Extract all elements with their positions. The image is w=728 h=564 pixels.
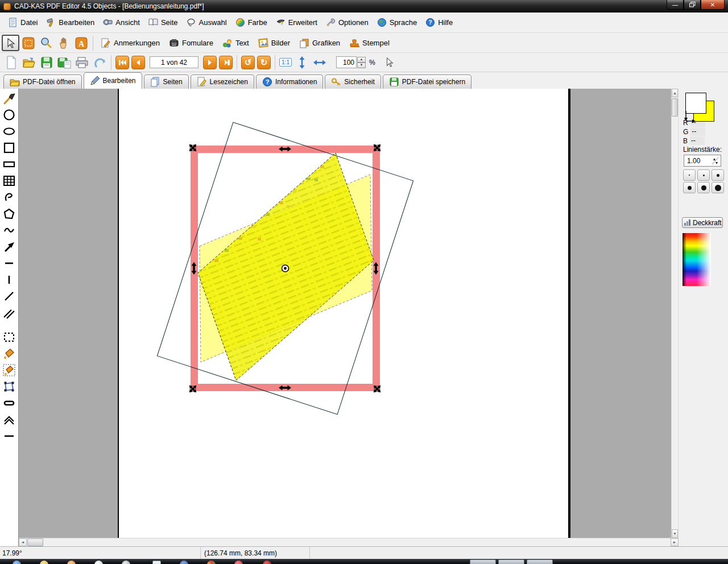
vertical-scroll-thumb[interactable]	[672, 98, 678, 117]
print-button[interactable]	[73, 54, 90, 70]
tool-select-rectangle[interactable]	[1, 329, 17, 345]
taskbar-window-button-2[interactable]	[498, 559, 524, 564]
taskbar-icon-1[interactable]	[40, 561, 48, 564]
new-file-button[interactable]	[2, 54, 20, 70]
text-tool-button[interactable]: A	[72, 35, 90, 51]
taskbar-icon-9[interactable]	[263, 561, 271, 564]
tool-rectangle[interactable]	[1, 156, 17, 172]
menu-sprache[interactable]: Sprache	[374, 15, 422, 30]
line-width-field[interactable]: 1.00	[684, 155, 721, 167]
last-page-button[interactable]	[219, 56, 233, 69]
menu-farbe[interactable]: Farbe	[232, 15, 272, 30]
tool-circle[interactable]	[1, 106, 17, 123]
document-canvas[interactable]	[19, 89, 671, 538]
menu-seite[interactable]: Seite	[145, 15, 183, 30]
tool-horizontal-line-short[interactable]	[1, 255, 17, 271]
menu-datei[interactable]: Datei	[5, 15, 43, 30]
fit-width-button[interactable]	[311, 54, 328, 70]
previous-page-button[interactable]	[131, 56, 145, 69]
first-page-button[interactable]	[115, 56, 129, 69]
menu-optionen[interactable]: Optionen	[322, 15, 374, 30]
menu-hilfe[interactable]: ? Hilfe	[422, 15, 458, 30]
anmerkungen-button[interactable]: Anmerkungen	[96, 36, 164, 50]
tab-sicherheit[interactable]: Sicherheit	[325, 74, 380, 89]
tool-diagonal-line[interactable]	[1, 288, 17, 304]
restore-button[interactable]	[684, 0, 701, 10]
menu-bearbeiten[interactable]: Bearbeiten	[43, 15, 100, 30]
horizontal-scroll-thumb[interactable]	[27, 538, 43, 546]
horizontal-scrollbar[interactable]: ◄ ►	[19, 538, 679, 546]
taskbar-window-button-3[interactable]	[527, 559, 553, 564]
tool-fill[interactable]	[1, 345, 17, 362]
close-button[interactable]: ✕	[701, 0, 725, 10]
vertical-scrollbar[interactable]: ▲ ▼	[671, 89, 678, 538]
color-picker-palette[interactable]	[682, 233, 711, 286]
zoom-actual-size-button[interactable]: 1:1	[278, 54, 293, 70]
thickness-1-button[interactable]	[683, 169, 696, 181]
tab-bearbeiten[interactable]: Bearbeiten	[84, 72, 142, 89]
next-page-button[interactable]	[203, 56, 217, 69]
opacity-button[interactable]: Deckkraft	[682, 217, 723, 228]
save-as-button[interactable]	[55, 54, 73, 70]
pan-tool-button[interactable]	[55, 35, 72, 51]
tool-wave[interactable]	[1, 222, 17, 238]
start-orb-icon[interactable]	[13, 561, 21, 564]
zoom-level-input[interactable]	[336, 56, 357, 68]
zoom-down-button[interactable]: ▼	[357, 63, 366, 68]
tool-brush[interactable]	[1, 90, 17, 106]
menu-ansicht[interactable]: Ansicht	[100, 15, 145, 30]
thickness-2-button[interactable]	[697, 169, 710, 181]
tool-arrow[interactable]	[1, 238, 17, 255]
taskbar-window-button-1[interactable]	[470, 559, 496, 564]
open-file-button[interactable]	[20, 54, 38, 70]
text-objects-button[interactable]: a Text	[218, 36, 254, 50]
page-number-input[interactable]	[150, 56, 198, 68]
minimize-button[interactable]: —	[667, 0, 684, 10]
tool-horizontal-line[interactable]	[1, 428, 17, 444]
save-file-button[interactable]	[38, 54, 55, 70]
tab-pdf-datei-oeffnen[interactable]: PDF-Datei öffnen	[3, 74, 82, 89]
thickness-5-button[interactable]	[697, 182, 710, 193]
tool-double-diagonal-line[interactable]	[1, 304, 17, 321]
tool-transform[interactable]	[1, 378, 17, 395]
swap-colors-icon[interactable]	[683, 110, 698, 125]
tool-vertical-line[interactable]	[1, 271, 17, 288]
tab-lesezeichen[interactable]: Lesezeichen	[191, 74, 254, 89]
windows-taskbar[interactable]	[0, 559, 728, 564]
tool-table[interactable]	[1, 172, 17, 189]
menu-erweitert[interactable]: Erweitert	[272, 15, 322, 30]
menu-auswahl[interactable]: Auswahl	[183, 15, 232, 30]
bilder-button[interactable]: Bilder	[254, 36, 295, 50]
taskbar-icon-4[interactable]	[122, 561, 130, 564]
undo-button[interactable]	[90, 54, 108, 70]
zoom-up-button[interactable]: ▲	[357, 57, 366, 63]
rotate-right-button[interactable]: ↻	[257, 56, 271, 69]
tool-curve[interactable]	[1, 189, 17, 205]
thickness-3-button[interactable]	[712, 169, 724, 181]
scroll-left-button[interactable]: ◄	[19, 538, 27, 546]
scroll-down-button[interactable]: ▼	[672, 529, 678, 538]
taskbar-icon-3[interactable]	[94, 561, 103, 564]
taskbar-icon-5[interactable]	[152, 561, 161, 564]
tool-square[interactable]	[1, 139, 17, 156]
tab-informationen[interactable]: ? Informationen	[256, 74, 323, 89]
scroll-up-button[interactable]: ▲	[672, 89, 678, 97]
tool-ellipse[interactable]	[1, 123, 17, 139]
stempel-button[interactable]: Stempel	[345, 36, 394, 50]
taskbar-icon-2[interactable]	[67, 561, 76, 564]
formulare-button[interactable]: Fomulare	[164, 36, 218, 50]
rect-select-tool-button[interactable]	[19, 35, 37, 51]
zoom-tool-button[interactable]	[37, 35, 55, 51]
fit-height-button[interactable]	[293, 54, 311, 70]
rotate-left-button[interactable]: ↺	[241, 56, 255, 69]
grafiken-button[interactable]: Grafiken	[295, 36, 345, 50]
thickness-6-button[interactable]	[712, 182, 724, 193]
tool-double-chevron[interactable]	[1, 411, 17, 428]
tab-pdf-datei-speichern[interactable]: PDF-Datei speichern	[383, 74, 471, 89]
taskbar-icon-7[interactable]	[207, 561, 216, 564]
thickness-4-button[interactable]	[683, 182, 696, 193]
tab-seiten[interactable]: Seiten	[144, 74, 189, 89]
select-tool-button[interactable]	[2, 35, 19, 51]
tool-thick-line[interactable]	[1, 395, 17, 411]
tool-polygon[interactable]	[1, 205, 17, 222]
